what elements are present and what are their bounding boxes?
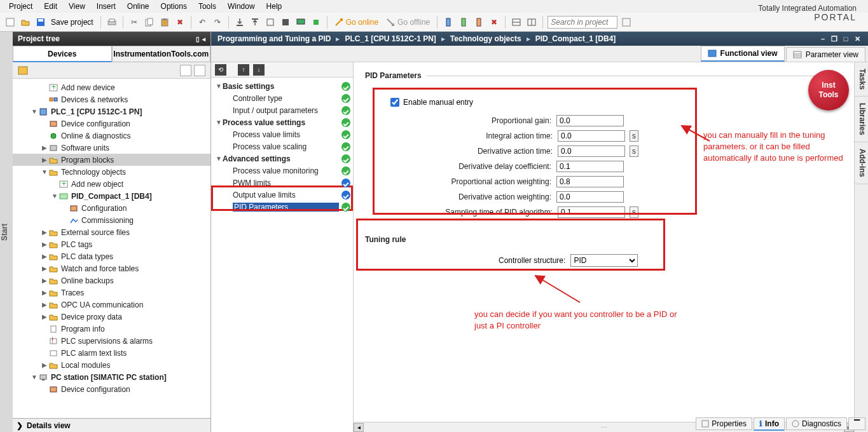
cfg-tool3-icon[interactable]: ↓ — [253, 64, 265, 76]
param-input-1[interactable] — [558, 130, 625, 142]
tree-item-1[interactable]: Devices & networks — [13, 93, 210, 105]
split-h-icon[interactable] — [510, 16, 523, 29]
tree-item-16[interactable]: ▶Online backups — [13, 274, 210, 287]
tree-twisty[interactable]: ▶ — [41, 265, 48, 272]
tree-twisty[interactable]: ▶ — [41, 361, 48, 368]
param-input-0[interactable] — [556, 115, 624, 126]
cfg-item-4[interactable]: Process value limits — [211, 128, 353, 140]
pt-view-icon[interactable] — [18, 66, 28, 75]
monitor1-icon[interactable] — [442, 16, 455, 29]
tree-twisty[interactable]: ▶ — [41, 313, 48, 320]
crumb-p2[interactable]: PLC_1 [CPU 1512C-1 PN] — [345, 34, 436, 43]
tab-functional-view[interactable]: Functional view — [701, 46, 785, 62]
undo-icon[interactable]: ↶ — [196, 16, 209, 29]
pt-grid2-icon[interactable] — [194, 65, 205, 76]
cfg-item-1[interactable]: Controller type — [211, 92, 353, 104]
cfg-item-2[interactable]: Input / output parameters — [211, 104, 353, 116]
tree-twisty[interactable]: ▶ — [41, 144, 48, 151]
redo-icon[interactable]: ↷ — [211, 16, 224, 29]
tab-properties[interactable]: Properties — [696, 417, 752, 430]
copy-icon[interactable] — [143, 16, 156, 29]
tree-item-15[interactable]: ▶Watch and force tables — [13, 262, 210, 274]
sim-icon[interactable] — [279, 16, 292, 29]
print-icon[interactable] — [106, 16, 118, 29]
tree-twisty[interactable]: ▼ — [41, 168, 48, 175]
tree-item-5[interactable]: ▶Software units — [13, 142, 210, 154]
collapse-icon[interactable]: ▯ — [196, 36, 200, 43]
cfg-item-0[interactable]: ▼Basic settings — [211, 80, 353, 92]
expand-icon[interactable]: ❯ — [17, 421, 23, 430]
tab-diagnostics[interactable]: Diagnostics — [786, 417, 847, 430]
download-icon[interactable] — [233, 16, 246, 29]
tree-twisty[interactable]: ▶ — [41, 277, 48, 284]
min-icon[interactable]: – — [818, 34, 827, 43]
new-icon[interactable] — [4, 16, 17, 29]
search-input[interactable] — [548, 16, 617, 29]
tree-item-19[interactable]: ▶Device proxy data — [13, 311, 210, 323]
crumb-p4[interactable]: PID_Compact_1 [DB4] — [535, 34, 616, 43]
cfg-item-7[interactable]: Process value monitoring — [211, 165, 353, 177]
controller-structure-select[interactable]: PID — [570, 254, 638, 267]
disconnect-icon[interactable]: ✖ — [488, 16, 500, 29]
max-icon[interactable]: □ — [841, 34, 850, 43]
cut-icon[interactable]: ✂ — [128, 16, 141, 29]
cfg-item-3[interactable]: ▼Process value settings — [211, 116, 353, 128]
paste-icon[interactable] — [158, 16, 171, 29]
go-online-button[interactable]: Go online — [332, 18, 381, 27]
upload-icon[interactable] — [249, 16, 261, 29]
tree-item-23[interactable]: ▶Local modules — [13, 359, 210, 371]
tree-item-0[interactable]: +Add new device — [13, 81, 210, 93]
tree-twisty[interactable]: ▶ — [41, 229, 48, 236]
menu-insert[interactable]: Insert — [93, 1, 120, 12]
tab-tasks[interactable]: Tasks — [855, 62, 868, 97]
tree-item-17[interactable]: ▶Traces — [13, 287, 210, 299]
tab-instrumentation[interactable]: InstrumentationTools.com — [112, 46, 211, 62]
tree-item-4[interactable]: Online & diagnostics — [13, 130, 210, 142]
cfg-item-6[interactable]: ▼Advanced settings — [211, 152, 353, 165]
tree-twisty[interactable]: ▼ — [31, 374, 38, 381]
save-project-button[interactable]: Save project — [51, 18, 93, 27]
cfg-twisty[interactable]: ▼ — [215, 155, 223, 162]
go-offline-button[interactable]: Go offline — [383, 18, 432, 27]
tree-item-12[interactable]: ▶External source files — [13, 226, 210, 238]
menu-help[interactable]: Help — [263, 1, 286, 12]
tree-item-11[interactable]: Commissioning — [13, 214, 210, 226]
close-icon[interactable]: ✕ — [853, 34, 862, 43]
cfg-tool2-icon[interactable]: ↑ — [238, 64, 249, 76]
tree-item-21[interactable]: !PLC supervisions & alarms — [13, 335, 210, 347]
tree-twisty[interactable]: ▼ — [31, 108, 38, 115]
bottom-collapse[interactable]: ▔ — [848, 417, 865, 430]
enable-manual-checkbox[interactable] — [390, 98, 399, 107]
tree-item-8[interactable]: +Add new object — [13, 178, 210, 190]
menu-edit[interactable]: Edit — [40, 1, 61, 12]
open-icon[interactable] — [19, 16, 32, 29]
tree-item-24[interactable]: ▼PC station [SIMATIC PC station] — [13, 371, 210, 383]
menu-project[interactable]: Project — [5, 1, 36, 12]
tree-item-18[interactable]: ▶OPC UA communication — [13, 299, 210, 311]
menu-tools[interactable]: Tools — [195, 1, 220, 12]
pin-icon[interactable]: ◂ — [202, 36, 205, 43]
details-view-header[interactable]: ❯ Details view — [13, 418, 210, 432]
cfg-item-5[interactable]: Process value scaling — [211, 140, 353, 152]
tree-twisty[interactable]: ▶ — [41, 241, 48, 248]
crumb-p1[interactable]: Programming and Tuning a PID — [217, 34, 331, 43]
cfg-item-9[interactable]: Output value limits — [211, 189, 353, 201]
tree-item-20[interactable]: Program info — [13, 323, 210, 335]
compile-icon[interactable] — [264, 16, 277, 29]
tab-parameter-view[interactable]: Parameter view — [786, 47, 865, 62]
tab-libraries[interactable]: Libraries — [855, 97, 868, 142]
tab-addins[interactable]: Add-ins — [855, 142, 868, 184]
monitor3-icon[interactable] — [472, 16, 485, 29]
crumb-p3[interactable]: Technology objects — [450, 34, 521, 43]
tree-item-9[interactable]: ▼PID_Compact_1 [DB4] — [13, 190, 210, 202]
delete-icon[interactable]: ✖ — [174, 16, 186, 29]
menu-window[interactable]: Window — [224, 1, 259, 12]
tab-info[interactable]: ℹInfo — [754, 417, 785, 431]
scroll-left-icon[interactable]: ◂ — [354, 423, 364, 432]
tree-item-3[interactable]: Device configuration — [13, 118, 210, 130]
tree-item-22[interactable]: PLC alarm text lists — [13, 347, 210, 359]
tree-twisty[interactable]: ▼ — [51, 192, 59, 199]
cfg-item-8[interactable]: PWM limits — [211, 177, 353, 189]
tab-devices[interactable]: Devices — [13, 46, 112, 62]
tree-twisty[interactable]: ▶ — [41, 289, 48, 296]
